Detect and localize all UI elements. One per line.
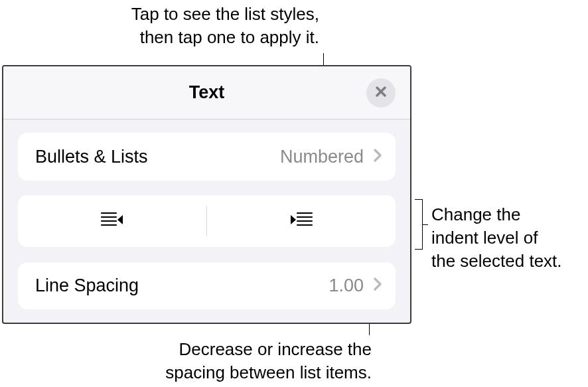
increase-indent-button[interactable] (207, 195, 396, 247)
bullets-and-lists-label: Bullets & Lists (35, 147, 148, 167)
bullets-and-lists-value: Numbered (280, 147, 364, 167)
svg-marker-11 (291, 215, 296, 224)
callout-right: Change the indent level of the selected … (431, 203, 588, 273)
callout-bracket-right (415, 199, 423, 250)
callout-bottom-text2: spacing between list items. (165, 362, 372, 382)
line-spacing-value-wrap: 1.00 (329, 275, 382, 296)
panel-body: Bullets & Lists Numbered (3, 119, 410, 309)
panel-title: Text (189, 82, 225, 103)
close-icon (374, 85, 388, 101)
text-panel: Text Bullets & Lists Numbered (2, 65, 411, 324)
svg-marker-6 (117, 215, 123, 224)
callout-line-right (423, 224, 428, 225)
callout-top-text2: then tap one to apply it. (140, 27, 319, 47)
callout-top: Tap to see the list styles, then tap one… (94, 3, 319, 49)
bullets-and-lists-row[interactable]: Bullets & Lists Numbered (18, 133, 396, 181)
callout-right-text2: indent level of (431, 228, 538, 248)
line-spacing-label: Line Spacing (35, 275, 139, 296)
callout-bottom: Decrease or increase the spacing between… (133, 338, 372, 384)
line-spacing-row[interactable]: Line Spacing 1.00 (18, 262, 396, 309)
chevron-right-icon (373, 276, 382, 295)
panel-header: Text (3, 66, 410, 119)
callout-right-text3: the selected text. (431, 251, 562, 271)
chevron-right-icon (373, 147, 382, 166)
decrease-indent-icon (100, 211, 124, 231)
callout-top-text: Tap to see the list styles, (131, 4, 319, 24)
increase-indent-icon (289, 211, 313, 231)
bullets-and-lists-value-wrap: Numbered (280, 147, 382, 167)
decrease-indent-button[interactable] (18, 195, 206, 247)
indent-control (18, 195, 396, 247)
close-button[interactable] (366, 78, 396, 108)
callout-bottom-text1: Decrease or increase the (179, 339, 372, 359)
callout-right-text1: Change the (431, 204, 520, 224)
line-spacing-value: 1.00 (329, 275, 364, 296)
